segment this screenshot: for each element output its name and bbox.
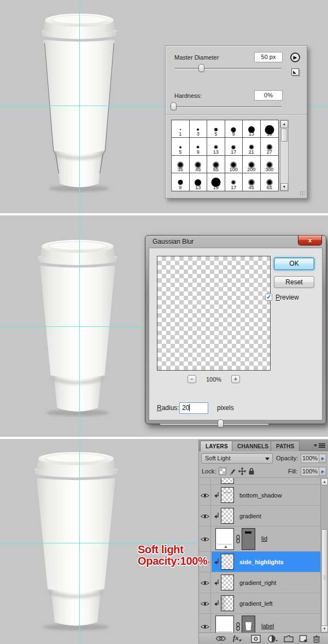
new-group-button[interactable] <box>284 635 294 642</box>
preview-checkbox[interactable]: ✓ <box>265 294 272 301</box>
brush-preset-13-hard[interactable]: 13 <box>243 120 261 138</box>
brush-preset-27-soft[interactable]: 27 <box>261 138 279 155</box>
layer-thumbnail[interactable] <box>221 595 234 611</box>
visibility-toggle[interactable] <box>199 478 211 484</box>
fill-value[interactable]: 100% <box>301 467 319 476</box>
brush-preset-21-soft[interactable]: 21 <box>243 138 261 155</box>
layer-thumbnail[interactable] <box>221 487 234 503</box>
brush-preset-300-soft[interactable]: 300 <box>261 156 279 173</box>
preview-toggle[interactable]: ✓ Preview <box>265 293 314 302</box>
brush-preset-3-hard[interactable]: 3 <box>190 120 208 138</box>
layers-scrollbar[interactable]: ▲ ▼ <box>320 478 328 633</box>
brush-preset-19-hard[interactable]: 19 <box>207 173 225 191</box>
eye-icon[interactable] <box>201 601 209 607</box>
layer-thumbnail[interactable] <box>215 528 234 550</box>
brush-preset-9-soft[interactable]: 9 <box>190 138 208 155</box>
delete-layer-button[interactable] <box>313 635 320 643</box>
visibility-toggle[interactable] <box>199 572 211 593</box>
radius-slider[interactable] <box>160 419 268 428</box>
visibility-toggle[interactable] <box>199 506 211 526</box>
layer-thumbnail[interactable] <box>221 478 234 484</box>
flyout-menu-button[interactable]: ▶ <box>290 52 300 62</box>
brush-preset-65-soft[interactable]: 65 <box>261 173 279 191</box>
master-diameter-value[interactable]: 50 px <box>254 52 283 62</box>
opacity-value[interactable]: 100% <box>301 454 319 463</box>
layer-row-partial[interactable] <box>199 478 328 485</box>
brush-preset-1-hard[interactable]: 1 <box>172 120 190 138</box>
lock-all-icon[interactable] <box>248 467 255 475</box>
brush-preset-100-soft[interactable]: 100 <box>225 156 243 173</box>
layer-style-button[interactable]: fx▾ <box>233 634 241 643</box>
guide-vertical[interactable] <box>79 0 80 213</box>
brush-preset-13-hard[interactable]: 13 <box>190 173 208 191</box>
layer-row-side_highlights[interactable]: side_highlights <box>199 552 328 572</box>
brush-preset-13-soft[interactable]: 13 <box>207 138 225 155</box>
scroll-down-icon[interactable]: ▼ <box>280 183 288 191</box>
master-diameter-slider[interactable] <box>174 64 282 73</box>
eye-icon[interactable] <box>201 536 209 542</box>
brush-preset-45-soft[interactable]: 45 <box>243 173 261 191</box>
layer-row-bottom_shadow[interactable]: bottom_shadow <box>199 485 328 506</box>
mask-thumbnail[interactable] <box>242 616 255 633</box>
layer-row-lid[interactable]: lid <box>199 526 328 552</box>
resize-grip[interactable] <box>300 191 305 196</box>
mask-thumbnail[interactable] <box>242 528 255 550</box>
layer-thumbnail[interactable] <box>221 508 234 524</box>
layer-thumbnail[interactable] <box>215 616 234 633</box>
layer-thumbnail[interactable] <box>221 575 234 590</box>
brush-grid-scrollbar[interactable]: ▲ ▼ <box>280 120 289 191</box>
brush-preset-19-hard[interactable]: 19 <box>261 120 279 138</box>
scroll-up-icon[interactable]: ▲ <box>321 478 328 485</box>
scroll-up-icon[interactable]: ▲ <box>280 120 288 128</box>
brush-preset-9-hard[interactable]: 9 <box>172 173 190 191</box>
opacity-arrow-button[interactable] <box>319 454 326 463</box>
brush-preset-5-soft[interactable]: 5 <box>172 138 190 155</box>
lock-position-icon[interactable] <box>238 467 246 475</box>
layer-row-gradient[interactable]: gradient <box>199 506 328 526</box>
visibility-toggle[interactable] <box>199 614 211 633</box>
slider-thumb[interactable] <box>171 102 177 110</box>
new-preset-icon[interactable] <box>291 68 299 75</box>
lock-transparency-icon[interactable] <box>219 467 226 475</box>
brush-preset-17-soft[interactable]: 17 <box>225 173 243 191</box>
blend-mode-select[interactable]: Soft Light <box>201 453 273 464</box>
guide-vertical[interactable] <box>79 439 80 644</box>
tab-layers[interactable]: LAYERS <box>200 441 233 451</box>
visibility-toggle[interactable] <box>199 593 211 613</box>
layer-row-label[interactable]: label <box>199 614 328 633</box>
eye-icon[interactable] <box>201 513 209 519</box>
close-icon[interactable]: x <box>298 235 322 245</box>
brush-preset-17-soft[interactable]: 17 <box>225 138 243 155</box>
brush-preset-200-soft[interactable]: 200 <box>243 156 261 173</box>
slider-thumb[interactable] <box>218 419 224 428</box>
panel-menu-icon[interactable] <box>314 442 326 449</box>
scrollbar-thumb[interactable] <box>281 128 288 142</box>
lock-paint-icon[interactable] <box>229 467 237 475</box>
reset-button[interactable]: Reset <box>274 276 314 288</box>
layer-row-gradient_left[interactable]: gradient_left <box>199 593 328 614</box>
hardness-slider[interactable] <box>170 102 282 111</box>
layer-thumbnail[interactable] <box>221 554 234 570</box>
brush-preset-35-soft[interactable]: 35 <box>172 156 190 173</box>
eye-icon[interactable] <box>201 493 209 499</box>
visibility-toggle[interactable] <box>199 485 211 505</box>
tab-paths[interactable]: PATHS <box>271 441 300 451</box>
brush-preset-45-soft[interactable]: 45 <box>190 156 208 173</box>
scrollbar-thumb[interactable] <box>321 529 327 627</box>
new-layer-button[interactable] <box>299 635 308 643</box>
blur-preview-area[interactable] <box>157 256 271 371</box>
zoom-in-button[interactable]: + <box>231 375 240 383</box>
ok-button[interactable]: OK <box>274 257 314 270</box>
scroll-down-icon[interactable]: ▼ <box>321 625 328 633</box>
brush-preset-65-soft[interactable]: 65 <box>207 156 225 173</box>
brush-preset-9-hard[interactable]: 9 <box>225 120 243 138</box>
slider-thumb[interactable] <box>198 64 204 72</box>
layer-row-gradient_right[interactable]: gradient_right <box>199 572 328 593</box>
brush-preset-5-hard[interactable]: 5 <box>207 120 225 138</box>
tab-channels[interactable]: CHANNELS <box>232 441 274 451</box>
fill-arrow-button[interactable] <box>319 467 326 476</box>
hardness-value[interactable]: 0% <box>254 90 283 101</box>
eye-icon[interactable] <box>201 624 209 630</box>
link-layers-button[interactable] <box>215 635 226 642</box>
add-mask-button[interactable] <box>251 635 261 643</box>
